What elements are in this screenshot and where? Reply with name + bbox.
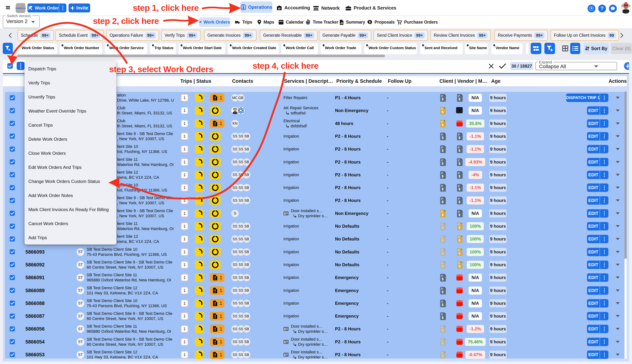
svg-text:$: $ (442, 110, 443, 114)
svg-text:$: $ (458, 213, 460, 217)
svg-text:$: $ (458, 97, 460, 101)
svg-text:$: $ (442, 123, 443, 127)
svg-text:$: $ (458, 226, 460, 230)
svg-text:$: $ (442, 354, 443, 358)
svg-text:$: $ (458, 148, 460, 152)
svg-text:$: $ (442, 290, 443, 294)
svg-text:$: $ (442, 341, 443, 345)
svg-text:$: $ (458, 136, 460, 140)
svg-text:$: $ (442, 264, 443, 268)
svg-text:$: $ (442, 97, 443, 101)
svg-text:$: $ (458, 187, 460, 191)
svg-text:$: $ (458, 238, 460, 242)
svg-text:$: $ (442, 251, 443, 255)
svg-text:$: $ (442, 277, 443, 281)
svg-text:$: $ (442, 200, 443, 204)
svg-text:$: $ (442, 303, 443, 306)
svg-text:$: $ (458, 200, 460, 204)
svg-text:$: $ (442, 187, 443, 191)
svg-text:$: $ (442, 136, 443, 140)
svg-text:$: $ (442, 161, 443, 165)
svg-text:$: $ (442, 328, 443, 332)
svg-text:$: $ (458, 174, 460, 178)
svg-text:$: $ (442, 316, 443, 320)
svg-text:$: $ (442, 148, 443, 152)
svg-text:$: $ (442, 213, 443, 217)
svg-text:$: $ (442, 238, 443, 242)
svg-text:$: $ (369, 20, 371, 24)
svg-text:$: $ (442, 174, 443, 178)
svg-text:$: $ (458, 264, 460, 268)
svg-text:$: $ (458, 161, 460, 165)
svg-text:$: $ (442, 226, 443, 230)
svg-text:$: $ (458, 251, 460, 255)
svg-text:$: $ (279, 8, 280, 10)
